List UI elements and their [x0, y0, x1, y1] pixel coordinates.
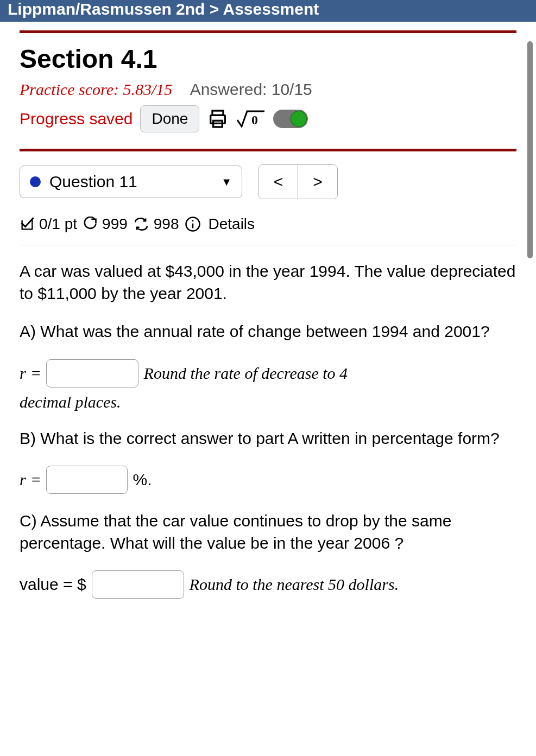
retry-icon [83, 217, 98, 232]
part-a-hint-line2: decimal places. [20, 393, 516, 411]
part-c-input[interactable] [92, 570, 184, 599]
question-selector-label: Question 11 [49, 173, 137, 191]
page-title: Section 4.1 [20, 44, 516, 74]
svg-point-5 [192, 220, 193, 221]
regen-icon [133, 217, 149, 232]
question-meta: 0/1 pt 999 998 [20, 209, 516, 245]
tries-label: 999 [102, 215, 128, 233]
equals-sign: = [31, 471, 41, 489]
part-b-input[interactable] [46, 466, 128, 494]
svg-text:0: 0 [251, 113, 258, 127]
details-link[interactable]: Details [209, 215, 255, 233]
part-b-suffix: %. [133, 471, 152, 489]
part-b-prompt: B) What is the correct answer to part A … [20, 428, 516, 450]
question-nav: < > [258, 164, 338, 199]
part-c-hint: Round to the nearest 50 dollars. [190, 575, 399, 594]
part-a-variable: r [20, 364, 26, 383]
question-intro: A car was valued at $43,000 in the year … [20, 261, 516, 304]
prev-question-button[interactable]: < [259, 165, 298, 199]
toggle-knob [291, 111, 307, 127]
question-selector[interactable]: Question 11 ▼ [20, 166, 242, 198]
checkbox-icon [20, 217, 35, 232]
status-dot-icon [30, 176, 41, 187]
chevron-down-icon: ▼ [221, 176, 232, 188]
part-a-prompt: A) What was the annual rate of change be… [20, 321, 516, 343]
info-icon[interactable] [185, 216, 201, 232]
part-c-prompt: C) Assume that the car value continues t… [20, 510, 516, 554]
divider [20, 30, 516, 33]
points-label: 0/1 pt [39, 215, 77, 233]
breadcrumb: Lippman/Rasmussen 2nd > Assessment [0, 0, 536, 22]
regen-label: 998 [154, 215, 179, 233]
practice-score: Practice score: 5.83/15 [20, 80, 172, 98]
part-a-hint-line1: Round the rate of decrease to 4 [144, 364, 348, 383]
math-toggle[interactable] [273, 110, 308, 128]
answered-count: Answered: 10/15 [190, 80, 312, 98]
scrollbar-thumb[interactable] [527, 41, 533, 258]
part-a-input[interactable] [46, 359, 138, 387]
print-icon[interactable] [207, 108, 229, 130]
part-c-label: value = $ [20, 575, 86, 594]
equals-sign: = [31, 364, 41, 383]
sqrt-icon[interactable]: 0 [236, 108, 266, 130]
scrollbar-track [527, 41, 533, 599]
done-button[interactable]: Done [140, 105, 199, 132]
part-b-variable: r [20, 471, 26, 489]
next-question-button[interactable]: > [298, 165, 337, 199]
divider [20, 149, 516, 151]
progress-saved-label: Progress saved [20, 110, 133, 128]
